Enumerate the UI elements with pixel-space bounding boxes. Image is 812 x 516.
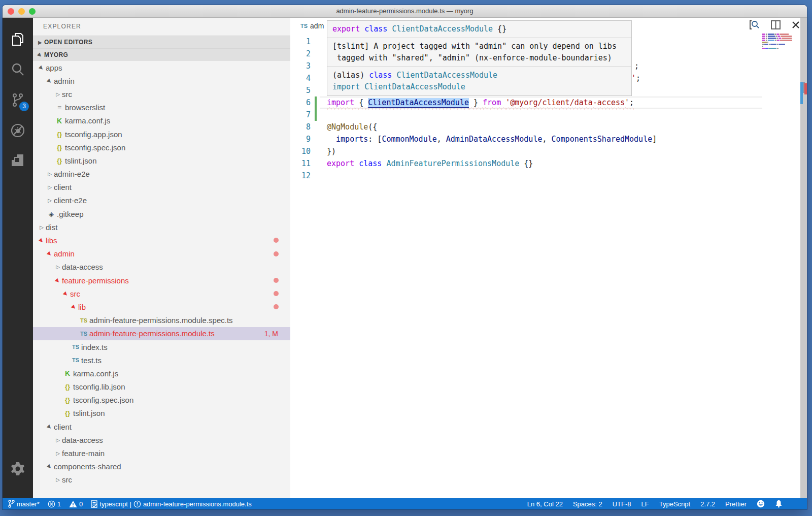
tree-item-src[interactable]: ▷src bbox=[33, 473, 290, 487]
tree-item-apps[interactable]: ▶apps bbox=[33, 61, 290, 74]
tree-item-admin-feature-permissions-module-spec-ts[interactable]: TSadmin-feature-permissions.module.spec.… bbox=[33, 314, 290, 327]
git-added-gutter-mark bbox=[315, 96, 317, 109]
tree-item-tsconfig-lib-json[interactable]: {}tsconfig.lib.json bbox=[33, 380, 290, 394]
search-icon[interactable] bbox=[3, 54, 33, 85]
code-token: AdminFeaturePermissionsModule bbox=[386, 159, 519, 168]
tree-item-label: client bbox=[54, 183, 72, 191]
tree-item-admin[interactable]: ▶admin bbox=[33, 74, 290, 87]
code-line-9[interactable]: 9 imports: [CommonModule, AdminDataAcces… bbox=[290, 133, 800, 145]
explorer-icon[interactable] bbox=[3, 24, 33, 54]
tree-item-lib[interactable]: ▶lib bbox=[33, 300, 290, 313]
code-token: } bbox=[469, 98, 483, 107]
twisty-collapsed-icon: ▷ bbox=[54, 437, 62, 443]
overview-ruler[interactable] bbox=[800, 18, 807, 498]
status-utf-8[interactable]: UTF-8 bbox=[613, 500, 631, 508]
minimize-window-icon[interactable] bbox=[18, 8, 25, 15]
settings-gear-icon[interactable] bbox=[3, 454, 33, 484]
json-file-icon: {} bbox=[62, 396, 73, 404]
tree-item-components-shared[interactable]: ▶components-shared bbox=[33, 460, 290, 473]
code-line-10[interactable]: 10}) bbox=[290, 145, 800, 157]
status-spaces-2[interactable]: Spaces: 2 bbox=[573, 500, 602, 508]
line-number: 2 bbox=[290, 48, 311, 60]
split-editor-icon[interactable] bbox=[771, 20, 781, 29]
status-typescript[interactable]: TypeScript bbox=[659, 500, 690, 508]
tree-item-tsconfig-spec-json[interactable]: {}tsconfig.spec.json bbox=[33, 141, 290, 154]
code-area[interactable]: 123;4';56import { ClientDataAccessModule… bbox=[290, 35, 800, 498]
code-line-7[interactable]: 7 bbox=[290, 109, 800, 121]
hover-lint-message: [tslint] A project tagged with "admin" c… bbox=[327, 38, 631, 67]
tree-item--gitkeep[interactable]: ◈.gitkeep bbox=[33, 207, 290, 220]
tree-item-tsconfig-app-json[interactable]: {}tsconfig.app.json bbox=[33, 127, 290, 141]
chevron-down-icon: ▶ bbox=[35, 50, 45, 59]
line-number: 10 bbox=[290, 145, 311, 157]
tree-item-libs[interactable]: ▶libs bbox=[33, 234, 290, 247]
tree-item-feature-permissions[interactable]: ▶feature-permissions bbox=[33, 274, 290, 287]
tree-item-admin-feature-permissions-module-ts[interactable]: TSadmin-feature-permissions.module.ts1, … bbox=[33, 327, 290, 340]
find-in-file-icon[interactable] bbox=[750, 20, 760, 29]
tab-active-file[interactable]: TS adm bbox=[300, 22, 324, 30]
tree-item-feature-main[interactable]: ▷feature-main bbox=[33, 446, 290, 460]
tree-item-admin-e2e[interactable]: ▷admin-e2e bbox=[33, 168, 290, 181]
source-control-icon[interactable]: 3 bbox=[3, 85, 33, 115]
tree-item-label: libs bbox=[46, 236, 57, 245]
code-token: '@myorg/client/data-access' bbox=[505, 98, 629, 107]
close-window-icon[interactable] bbox=[8, 8, 14, 15]
twisty-collapsed-icon: ▷ bbox=[46, 184, 54, 190]
code-token: }) bbox=[327, 147, 336, 156]
status-2-7-2[interactable]: 2.7.2 bbox=[700, 500, 715, 508]
code-token: (alias) bbox=[332, 71, 369, 80]
zoom-window-icon[interactable] bbox=[29, 8, 36, 15]
tree-item-data-access[interactable]: ▷data-access bbox=[33, 433, 290, 446]
errors-status[interactable]: 1 bbox=[48, 500, 61, 508]
twisty-expanded-icon: ▶ bbox=[45, 249, 54, 259]
code-token: ClientDataAccessModule bbox=[396, 71, 497, 80]
tree-item-label: admin-feature-permissions.module.ts bbox=[89, 329, 215, 338]
symbol-link[interactable]: ClientDataAccessModule bbox=[368, 98, 469, 107]
tree-item-karma-conf-js[interactable]: Kkarma.conf.js bbox=[33, 114, 290, 127]
json-file-icon: {} bbox=[54, 131, 65, 138]
extensions-icon[interactable] bbox=[3, 146, 33, 176]
workspace-root-section[interactable]: ▶ MYORG bbox=[33, 48, 290, 61]
twisty-collapsed-icon: ▷ bbox=[54, 264, 62, 270]
ts-file-icon: TS bbox=[70, 344, 81, 350]
line-number: 1 bbox=[290, 36, 311, 48]
twisty-expanded-icon: ▶ bbox=[45, 422, 54, 432]
tree-item-karma-conf-js[interactable]: Kkarma.conf.js bbox=[33, 367, 290, 380]
feedback-smiley-icon[interactable] bbox=[757, 500, 765, 508]
tree-item-client-e2e[interactable]: ▷client-e2e bbox=[33, 194, 290, 207]
tree-item-tslint-json[interactable]: {}tslint.json bbox=[33, 154, 290, 167]
code-line-12[interactable]: 12 bbox=[290, 170, 800, 182]
tree-item-tsconfig-spec-json[interactable]: {}tsconfig.spec.json bbox=[33, 394, 290, 407]
code-token bbox=[354, 159, 359, 168]
tree-item-test-ts[interactable]: TStest.ts bbox=[33, 353, 290, 367]
code-line-11[interactable]: 11export class AdminFeaturePermissionsMo… bbox=[290, 157, 800, 170]
status-prettier[interactable]: Prettier bbox=[725, 500, 747, 508]
tslint-status[interactable]: typescript | admin-feature-permissions.m… bbox=[91, 500, 252, 508]
tree-item-client[interactable]: ▷client bbox=[33, 181, 290, 194]
debug-disabled-icon[interactable] bbox=[3, 115, 33, 146]
warnings-status[interactable]: 0 bbox=[69, 500, 83, 508]
tree-item-dist[interactable]: ▷dist bbox=[33, 220, 290, 234]
tree-item-index-ts[interactable]: TSindex.ts bbox=[33, 340, 290, 353]
code-token: , bbox=[542, 135, 551, 144]
status-ln-6-col-22[interactable]: Ln 6, Col 22 bbox=[527, 500, 563, 508]
close-editor-icon[interactable] bbox=[792, 21, 800, 29]
git-branch-status[interactable]: master* bbox=[8, 500, 40, 508]
tree-item-src[interactable]: ▷src bbox=[33, 87, 290, 101]
tree-item-admin[interactable]: ▶admin bbox=[33, 247, 290, 261]
tree-item-client[interactable]: ▶client bbox=[33, 420, 290, 433]
code-token: : [ bbox=[368, 135, 382, 144]
status-lf[interactable]: LF bbox=[641, 500, 649, 508]
twisty-collapsed-icon: ▷ bbox=[54, 91, 62, 97]
tree-item-tslint-json[interactable]: {}tslint.json bbox=[33, 407, 290, 420]
tree-item-data-access[interactable]: ▷data-access bbox=[33, 261, 290, 274]
open-editors-section[interactable]: ▶ OPEN EDITORS bbox=[33, 36, 290, 48]
notifications-bell-icon[interactable] bbox=[775, 500, 783, 508]
code-line-8[interactable]: 8@NgModule({ bbox=[290, 121, 800, 133]
code-line-6[interactable]: 6import { ClientDataAccessModule } from … bbox=[290, 96, 800, 109]
tree-item-browserslist[interactable]: ≡browserslist bbox=[33, 101, 290, 114]
twisty-expanded-icon: ▶ bbox=[53, 276, 62, 285]
tree-item-src[interactable]: ▶src bbox=[33, 287, 290, 300]
minimap[interactable] bbox=[762, 34, 793, 50]
twisty-collapsed-icon: ▷ bbox=[46, 198, 54, 203]
